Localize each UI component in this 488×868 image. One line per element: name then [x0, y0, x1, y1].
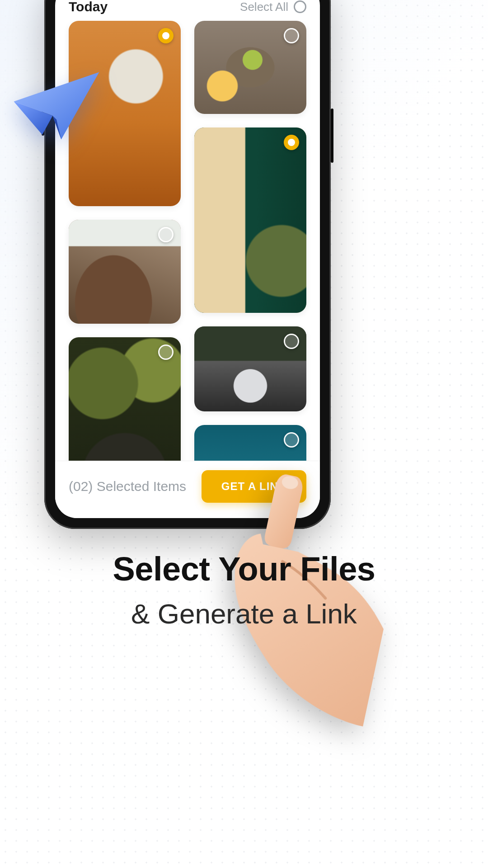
- selected-badge-icon[interactable]: [284, 135, 299, 150]
- select-circle-icon[interactable]: [158, 344, 174, 360]
- gallery-thumb[interactable]: [69, 337, 181, 461]
- thumb-image: [194, 127, 306, 313]
- select-circle-icon[interactable]: [284, 334, 299, 349]
- select-all-label: Select All: [240, 0, 288, 14]
- select-circle-icon[interactable]: [284, 432, 299, 448]
- get-link-button[interactable]: GET A LINK: [202, 470, 306, 503]
- select-circle-icon[interactable]: [158, 227, 174, 242]
- selected-badge-icon[interactable]: [158, 28, 174, 43]
- promo-canvas: Today Select All (02) Selected Items GET…: [0, 0, 488, 868]
- headline-secondary: & Generate a Link: [18, 598, 470, 630]
- gallery-header: Today Select All: [55, 0, 320, 21]
- phone-screen: Today Select All (02) Selected Items GET…: [55, 0, 320, 518]
- thumb-image: [69, 21, 181, 206]
- gallery-thumb[interactable]: [194, 127, 306, 313]
- gallery-thumb[interactable]: [69, 220, 181, 324]
- select-circle-icon[interactable]: [284, 28, 299, 43]
- gallery-thumb[interactable]: [194, 326, 306, 411]
- gallery-thumb[interactable]: [194, 425, 306, 461]
- gallery-thumb[interactable]: [194, 21, 306, 114]
- headline-primary: Select Your Files: [18, 552, 470, 587]
- section-title: Today: [69, 0, 108, 14]
- gallery-scroll[interactable]: [55, 21, 320, 461]
- select-all-checkbox-icon: [294, 0, 306, 13]
- select-all-toggle[interactable]: Select All: [240, 0, 306, 14]
- phone-frame: Today Select All (02) Selected Items GET…: [44, 0, 331, 529]
- selected-count-label: (02) Selected Items: [69, 479, 186, 494]
- gallery-grid: [55, 21, 320, 461]
- marketing-headline: Select Your Files & Generate a Link: [0, 552, 488, 630]
- gallery-thumb[interactable]: [69, 21, 181, 206]
- selection-bar: (02) Selected Items GET A LINK: [55, 461, 320, 518]
